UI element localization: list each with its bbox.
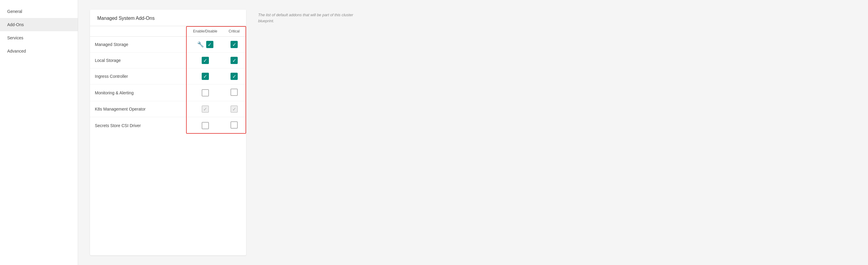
sidebar-item-advanced[interactable]: Advanced [0,45,78,58]
critical-cell[interactable]: ✓ [222,37,246,53]
addon-name: Ingress Controller [95,74,128,79]
table-row: Secrets Store CSI Driver [90,117,246,134]
critical-checkbox[interactable] [230,121,238,128]
table-row: Ingress Controller✓✓ [90,68,246,84]
table-container: Enable/Disable Critical Managed Storage🔧… [90,26,246,134]
addon-name: K8s Management Operator [95,107,146,112]
enable-checkbox[interactable] [202,89,209,96]
critical-checkbox[interactable] [230,89,238,96]
sidebar-item-addons[interactable]: Add-Ons [0,18,78,31]
enable-cell[interactable]: ✓ [188,53,222,68]
enable-cell[interactable]: ✓ [188,68,222,84]
main-content: Managed System Add-Ons Enable/Disable Cr… [78,0,868,265]
col-header-name [90,26,188,37]
enable-checkbox[interactable]: ✓ [202,57,209,64]
table-row: Local Storage✓✓ [90,53,246,68]
col-header-enable: Enable/Disable [188,26,222,37]
sidebar-item-label: Add-Ons [7,22,24,27]
addon-name-cell: Secrets Store CSI Driver [90,117,188,134]
wrench-icon: 🔧 [197,41,204,48]
addon-name-cell: Monitoring & Alerting [90,84,188,101]
enable-checkbox[interactable]: ✓ [202,106,209,113]
sidebar-item-label: Services [7,35,23,40]
addon-table: Enable/Disable Critical Managed Storage🔧… [90,26,246,134]
enable-checkbox[interactable] [202,122,209,129]
table-row: Monitoring & Alerting [90,84,246,101]
addon-name: Monitoring & Alerting [95,90,133,95]
critical-checkbox[interactable]: ✓ [230,106,238,113]
enable-checkbox[interactable]: ✓ [206,41,213,48]
addon-name-cell: Managed Storage [90,37,188,53]
side-note: The list of default addons that will be … [258,10,354,255]
enable-cell[interactable] [188,84,222,101]
critical-checkbox[interactable]: ✓ [230,57,238,64]
critical-cell[interactable]: ✓ [222,101,246,117]
enable-checkbox[interactable]: ✓ [202,73,209,80]
critical-checkbox[interactable]: ✓ [230,73,238,80]
col-header-critical: Critical [222,26,246,37]
sidebar: General Add-Ons Services Advanced [0,0,78,265]
critical-cell[interactable] [222,117,246,134]
table-header-row: Enable/Disable Critical [90,26,246,37]
critical-cell[interactable]: ✓ [222,53,246,68]
enable-cell[interactable]: ✓ [188,101,222,117]
addon-name-cell: Local Storage [90,53,188,68]
sidebar-item-label: General [7,9,22,14]
sidebar-item-services[interactable]: Services [0,31,78,45]
addon-name-cell: K8s Management Operator [90,101,188,117]
addon-name-cell: Ingress Controller [90,68,188,84]
sidebar-item-label: Advanced [7,49,26,54]
addon-name: Local Storage [95,58,121,63]
addon-name: Secrets Store CSI Driver [95,123,141,128]
critical-cell[interactable]: ✓ [222,68,246,84]
addon-name: Managed Storage [95,42,128,47]
table-row: K8s Management Operator✓✓ [90,101,246,117]
table-row: Managed Storage🔧✓✓ [90,37,246,53]
card-title: Managed System Add-Ons [90,10,246,26]
enable-cell[interactable]: 🔧✓ [188,37,222,53]
critical-checkbox[interactable]: ✓ [230,41,238,48]
addons-card: Managed System Add-Ons Enable/Disable Cr… [90,10,246,255]
critical-cell[interactable] [222,84,246,101]
enable-cell[interactable] [188,117,222,134]
sidebar-item-general[interactable]: General [0,5,78,18]
